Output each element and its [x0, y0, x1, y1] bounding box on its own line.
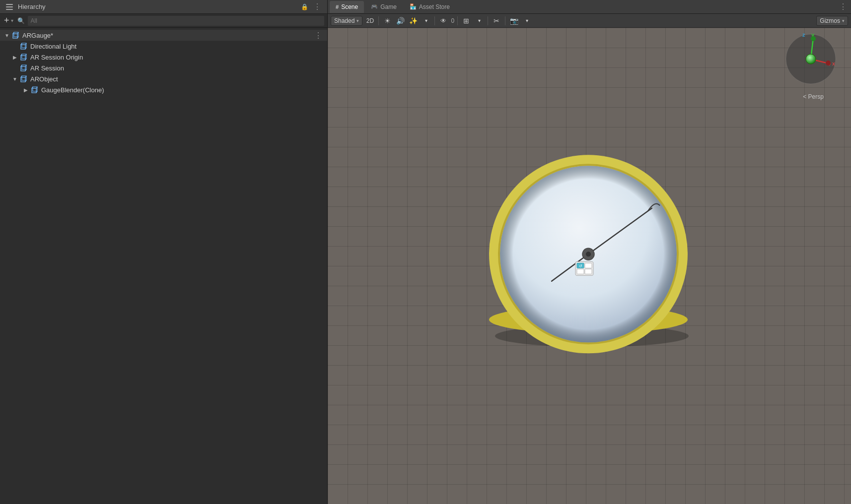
- hierarchy-search-bar: + ▾ 🔍: [0, 14, 328, 28]
- svg-rect-20: [21, 77, 25, 82]
- gizmo-svg: x y z: [783, 32, 838, 86]
- svg-point-39: [586, 252, 591, 256]
- scene-tab-icon: #: [336, 4, 339, 10]
- asset-store-tab-label: Asset Store: [419, 3, 450, 10]
- lighting-toggle-button[interactable]: ☀: [382, 15, 393, 26]
- gauge-blender-clone-label: GaugeBlender(Clone): [41, 86, 104, 94]
- gauge-blender-clone-cube-icon: [30, 85, 39, 94]
- scene-viewport[interactable]: ↺ x y z: [328, 28, 851, 504]
- svg-rect-15: [21, 66, 25, 71]
- audio-toggle-button[interactable]: 🔊: [395, 15, 406, 26]
- gauge-svg: ↺: [480, 145, 699, 363]
- hierarchy-panel: ▼ ARGauge* ⋮: [0, 28, 328, 504]
- tab-scene[interactable]: # Scene: [330, 1, 364, 13]
- scene-toolbar: Shaded ▾ 2D ☀ 🔊 ✨ ▾ 👁 0 ⊞ ▾ ✂ 📷 ▾ Gizmos…: [328, 14, 851, 28]
- game-tab-icon: 🎮: [371, 3, 378, 10]
- fx-dropdown-button[interactable]: ▾: [421, 15, 431, 26]
- ar-object-cube-icon: [19, 74, 28, 83]
- toolbar-separator-5: [505, 16, 505, 25]
- snap-toggle-button[interactable]: ✂: [491, 15, 502, 26]
- camera-dropdown-button[interactable]: ▾: [521, 15, 532, 26]
- svg-text:z: z: [802, 32, 805, 38]
- svg-rect-25: [32, 88, 36, 93]
- hierarchy-dots-menu[interactable]: ⋮: [311, 2, 323, 11]
- game-tab-label: Game: [380, 3, 397, 10]
- ar-session-origin-arrow[interactable]: ▶: [11, 55, 19, 60]
- directional-light-cube-icon: [19, 42, 28, 51]
- tree-item-ar-session-origin[interactable]: ▶ AR Session Origin: [0, 52, 327, 63]
- svg-rect-43: [577, 269, 584, 274]
- tree-item-argauge[interactable]: ▼ ARGauge* ⋮: [0, 30, 327, 41]
- gizmos-arrow-icon: ▾: [842, 18, 845, 23]
- tree-item-gauge-blender-clone[interactable]: ▶ GaugeBlender(Clone): [0, 84, 327, 95]
- ar-session-origin-cube-icon: [19, 53, 28, 62]
- layer-count-label: 0: [451, 17, 454, 24]
- toolbar-separator-3: [457, 16, 458, 25]
- svg-text:↺: ↺: [579, 264, 582, 268]
- svg-rect-44: [585, 269, 592, 274]
- shading-arrow-icon: ▾: [356, 18, 359, 23]
- svg-text:x: x: [832, 61, 836, 66]
- hierarchy-header: Hierarchy 🔒 ⋮: [0, 0, 328, 14]
- svg-point-54: [826, 61, 831, 65]
- toolbar-separator-1: [378, 16, 379, 25]
- ar-session-origin-label: AR Session Origin: [30, 54, 83, 61]
- hidden-layers-button[interactable]: 👁: [438, 15, 449, 26]
- gauge-visualization: ↺: [480, 145, 699, 365]
- shading-mode-dropdown[interactable]: Shaded ▾: [331, 16, 362, 26]
- toolbar-separator-2: [434, 16, 435, 25]
- svg-rect-0: [13, 34, 17, 38]
- directional-light-label: Directional Light: [30, 43, 76, 50]
- argauge-cube-icon: [11, 31, 20, 40]
- hierarchy-search-input[interactable]: [28, 16, 324, 26]
- argauge-expand-arrow[interactable]: ▼: [3, 33, 11, 38]
- asset-store-tab-icon: 🏪: [410, 3, 417, 10]
- 2d-button[interactable]: 2D: [364, 15, 375, 26]
- scene-tab-label: Scene: [341, 3, 358, 10]
- gizmos-label: Gizmos: [820, 17, 840, 24]
- svg-point-53: [806, 54, 816, 64]
- ar-object-label: ARObject: [30, 75, 58, 83]
- svg-point-55: [811, 36, 816, 41]
- svg-rect-5: [21, 45, 25, 49]
- hierarchy-tree: ▼ ARGauge* ⋮: [0, 28, 327, 504]
- camera-toggle-button[interactable]: 📷: [508, 15, 519, 26]
- toolbar-separator-4: [488, 16, 488, 25]
- shading-mode-label: Shaded: [334, 17, 355, 24]
- persp-label: < Persp: [783, 93, 843, 100]
- gauge-blender-clone-arrow[interactable]: ▶: [22, 87, 30, 93]
- ar-session-label: AR Session: [30, 64, 64, 72]
- svg-rect-10: [21, 56, 25, 60]
- tree-item-ar-session[interactable]: AR Session: [0, 63, 327, 73]
- fx-toggle-button[interactable]: ✨: [408, 15, 419, 26]
- tab-asset-store[interactable]: 🏪 Asset Store: [404, 1, 456, 13]
- hierarchy-title: Hierarchy: [18, 3, 46, 10]
- argauge-context-menu[interactable]: ⋮: [312, 31, 324, 40]
- hierarchy-menu-icon[interactable]: [4, 2, 15, 12]
- scene-dots-menu[interactable]: ⋮: [837, 2, 849, 11]
- ar-object-arrow[interactable]: ▼: [11, 76, 19, 82]
- search-icon: 🔍: [17, 17, 25, 24]
- tab-game[interactable]: 🎮 Game: [365, 1, 403, 13]
- ar-session-cube-icon: [19, 63, 28, 72]
- grid-dropdown-button[interactable]: ▾: [474, 15, 485, 26]
- lock-icon: 🔒: [301, 3, 308, 10]
- gizmo-container: x y z < Persp: [783, 32, 843, 91]
- grid-toggle-button[interactable]: ⊞: [461, 15, 472, 26]
- scene-header-bar: # Scene 🎮 Game 🏪 Asset Store ⋮: [328, 0, 851, 14]
- gizmos-dropdown[interactable]: Gizmos ▾: [816, 16, 848, 26]
- svg-rect-42: [585, 263, 592, 268]
- tree-item-ar-object[interactable]: ▼ ARObject: [0, 73, 327, 84]
- tree-item-directional-light[interactable]: Directional Light: [0, 41, 327, 52]
- add-button[interactable]: + ▾: [3, 15, 14, 26]
- argauge-label: ARGauge*: [22, 32, 53, 39]
